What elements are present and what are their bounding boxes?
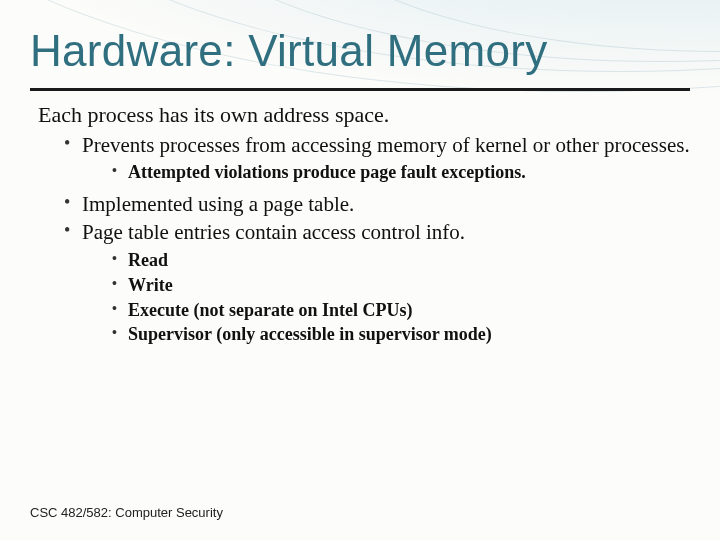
bullet-text: Page table entries contain access contro… bbox=[82, 220, 465, 244]
slide-footer: CSC 482/582: Computer Security bbox=[30, 505, 223, 520]
list-item: Write bbox=[112, 275, 690, 297]
lead-text: Each process has its own address space. bbox=[38, 102, 690, 129]
list-item: Implemented using a page table. bbox=[64, 192, 690, 218]
sub-bullet-list: Attempted violations produce page fault … bbox=[112, 162, 690, 184]
list-item: Attempted violations produce page fault … bbox=[112, 162, 690, 184]
bullet-list: Prevents processes from accessing memory… bbox=[64, 133, 690, 347]
slide-title: Hardware: Virtual Memory bbox=[30, 26, 547, 76]
list-item: Supervisor (only accessible in superviso… bbox=[112, 324, 690, 346]
list-item: Prevents processes from accessing memory… bbox=[64, 133, 690, 185]
title-underline bbox=[30, 88, 690, 91]
list-item: Execute (not separate on Intel CPUs) bbox=[112, 300, 690, 322]
slide-body: Each process has its own address space. … bbox=[38, 102, 690, 354]
bullet-text: Prevents processes from accessing memory… bbox=[82, 133, 690, 157]
list-item: Read bbox=[112, 250, 690, 272]
slide: Hardware: Virtual Memory Each process ha… bbox=[0, 0, 720, 540]
list-item: Page table entries contain access contro… bbox=[64, 220, 690, 346]
sub-bullet-list: Read Write Execute (not separate on Inte… bbox=[112, 250, 690, 347]
